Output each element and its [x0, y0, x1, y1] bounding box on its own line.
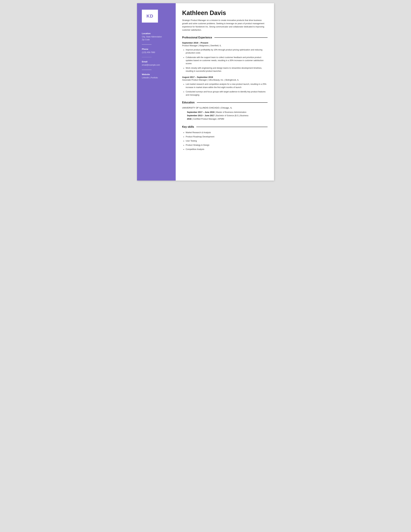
candidate-name: Kathleen Davis	[182, 10, 268, 17]
degree-3-period: 2016	[187, 118, 191, 120]
skills-title: Key skills	[182, 125, 194, 128]
job-1-title: Product Manager | Walgreens | Deerfield,…	[182, 45, 268, 47]
main-content: Kathleen Davis Strategic Product Manager…	[176, 3, 274, 180]
education-title: Education	[182, 101, 195, 104]
list-item: Competitive Analysis	[186, 148, 268, 151]
email-label: Email	[142, 60, 171, 63]
degree-3-degree: Certified Product Manager, AIPMM	[193, 118, 224, 120]
phone-value: (123) 456-7890	[142, 51, 171, 54]
job-1-period: September 2019 – Present	[182, 42, 268, 44]
resume-document: KD Location City, State Abbreviation Zip…	[137, 3, 274, 180]
location-value: City, State Abbreviation Zip Code	[142, 35, 171, 41]
job-2-title: Associate Product Manager | Ultra Beauty…	[182, 79, 268, 81]
email-value: email@example.com	[142, 64, 171, 66]
website-value: LinkedIn | Portfolio	[142, 76, 171, 79]
experience-title: Professional Experience	[182, 36, 212, 39]
job-block-1: September 2019 – Present Product Manager…	[182, 42, 268, 73]
list-item: User Testing	[186, 139, 268, 142]
sidebar-contact: Location City, State Abbreviation Zip Co…	[137, 28, 176, 87]
list-item: Improve product profitability by 10% thr…	[186, 48, 268, 55]
university-name: UNIVERSITY OF ILLINOIS CHICAGO | Chicago…	[182, 106, 268, 109]
degree-1: September 2017 – June 2019 | Master of B…	[187, 111, 268, 114]
job-2-period: August 2017 – September 2019	[182, 76, 268, 78]
list-item: Work closely with engineering and design…	[186, 66, 268, 73]
phone-item: Phone (123) 456-7890	[142, 48, 171, 54]
education-line	[197, 102, 268, 103]
job-block-2: August 2017 – September 2019 Associate P…	[182, 76, 268, 96]
skills-list: Market Research & Analysis Product Roadm…	[182, 131, 268, 151]
list-item: Market Research & Analysis	[186, 131, 268, 134]
degree-2-degree: Bachelor of Science (B.S.) Business	[216, 114, 248, 117]
degree-3: 2016 | Certified Product Manager, AIPMM	[187, 117, 268, 121]
skills-header: Key skills	[182, 125, 268, 128]
list-item: Conducted surveys and focus groups with …	[186, 90, 268, 96]
list-item: Product Roadmap Development	[186, 135, 268, 138]
website-item: Website LinkedIn | Portfolio	[142, 73, 171, 79]
education-section: Education UNIVERSITY OF ILLINOIS CHICAGO…	[182, 101, 268, 121]
sidebar: KD Location City, State Abbreviation Zip…	[137, 3, 176, 180]
degree-1-period: September 2017 – June 2019	[187, 111, 214, 113]
summary-text: Strategic Product Manager on a mission t…	[182, 19, 268, 32]
list-item: Led market research and competitive anal…	[186, 83, 268, 89]
job-2-bullets: Led market research and competitive anal…	[182, 83, 268, 96]
email-item: Email email@example.com	[142, 60, 171, 66]
location-label: Location	[142, 32, 171, 35]
skills-section: Key skills Market Research & Analysis Pr…	[182, 125, 268, 151]
skills-line	[196, 127, 268, 127]
divider-3	[142, 70, 151, 70]
job-1-bullets: Improve product profitability by 10% thr…	[182, 48, 268, 73]
experience-section: Professional Experience September 2019 –…	[182, 36, 268, 96]
divider-2	[142, 57, 151, 57]
avatar-block: KD	[137, 3, 176, 28]
divider-1	[142, 44, 151, 45]
degree-2: September 2013 – June 2017 | Bachelor of…	[187, 114, 268, 117]
degree-1-degree: Master of Business Administration	[216, 111, 246, 113]
location-item: Location City, State Abbreviation Zip Co…	[142, 32, 171, 41]
website-label: Website	[142, 73, 171, 76]
list-item: Collaborate with the support team to col…	[186, 56, 268, 65]
list-item: Product Strategy & Design	[186, 143, 268, 147]
edu-details: September 2017 – June 2019 | Master of B…	[182, 111, 268, 121]
experience-line	[214, 38, 268, 38]
avatar-initials: KD	[147, 14, 153, 19]
experience-header: Professional Experience	[182, 36, 268, 39]
degree-2-period: September 2013 – June 2017	[187, 114, 214, 117]
education-header: Education	[182, 101, 268, 104]
phone-label: Phone	[142, 48, 171, 50]
avatar-box: KD	[142, 10, 158, 23]
